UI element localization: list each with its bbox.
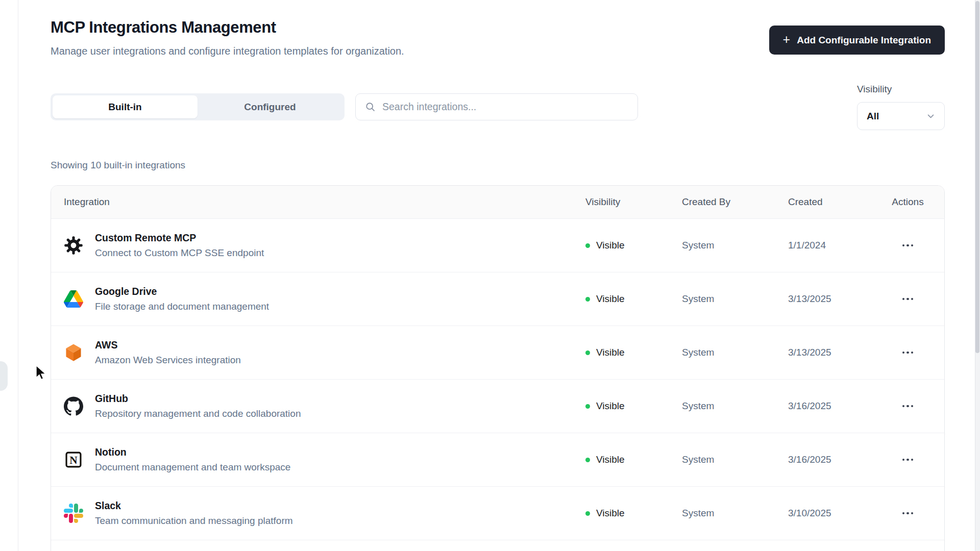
integration-name: Notion: [95, 446, 290, 458]
column-header-created: Created: [776, 196, 870, 208]
add-configurable-integration-button[interactable]: + Add Configurable Integration: [769, 26, 945, 55]
search-input[interactable]: [382, 101, 628, 113]
table-row: N AWS Amazon Web Services integration: [51, 326, 944, 380]
status-dot: [585, 243, 590, 248]
column-header-visibility: Visibility: [572, 196, 671, 208]
status-label: Visible: [596, 293, 625, 305]
column-header-actions: Actions: [870, 196, 945, 208]
status-dot: [585, 511, 590, 516]
table-row: N Google Drive File storage and document…: [51, 272, 944, 326]
created-by-cell: System: [671, 293, 776, 305]
filter-controls: Built-in Configured Visibility All: [51, 93, 945, 130]
created-by-cell: System: [671, 508, 776, 519]
status-label: Visible: [596, 240, 625, 251]
created-cell: 3/10/2025: [776, 508, 870, 519]
notion-icon: N: [64, 450, 83, 469]
integration-name: GitHub: [95, 393, 301, 405]
svg-text:N: N: [69, 454, 78, 466]
sidebar-drawer-handle[interactable]: [0, 361, 8, 391]
created-cell: 3/16/2025: [776, 400, 870, 412]
search-icon: [365, 102, 376, 112]
slack-icon: [64, 504, 83, 523]
row-actions-button[interactable]: [898, 346, 918, 359]
table-row: N Slack Team communication and messaging…: [51, 487, 944, 540]
results-summary: Showing 10 built-in integrations: [51, 160, 945, 171]
visibility-select[interactable]: All: [857, 102, 945, 130]
created-cell: 1/1/2024: [776, 240, 870, 251]
row-actions-button[interactable]: [898, 400, 918, 413]
row-actions-button[interactable]: [898, 507, 918, 520]
google-drive-icon: [64, 290, 83, 308]
row-actions-button[interactable]: [898, 454, 918, 466]
gear-icon: [64, 236, 83, 255]
visibility-filter-label: Visibility: [857, 84, 945, 95]
integration-cell: N Notion Document management and team wo…: [51, 446, 572, 473]
table-row: N GitHub Repository management and code …: [51, 380, 944, 433]
status-label: Visible: [596, 347, 625, 358]
integration-name: Slack: [95, 500, 293, 512]
page-scrollbar[interactable]: [975, 0, 980, 551]
integration-cell: N GitHub Repository management and code …: [51, 393, 572, 419]
visibility-status: Visible: [572, 454, 671, 465]
tab-configured[interactable]: Configured: [198, 95, 342, 118]
column-header-integration: Integration: [51, 196, 572, 208]
visibility-filter: Visibility All: [857, 84, 945, 130]
status-label: Visible: [596, 508, 625, 519]
created-cell: 3/16/2025: [776, 454, 870, 465]
visibility-status: Visible: [572, 508, 671, 519]
created-by-cell: System: [671, 454, 776, 465]
table-header-row: Integration Visibility Created By Create…: [51, 186, 944, 219]
chevron-down-icon: [926, 112, 935, 120]
tab-switcher: Built-in Configured: [51, 93, 345, 120]
integration-cell: N Slack Team communication and messaging…: [51, 500, 572, 527]
page-subtitle: Manage user integrations and configure i…: [51, 45, 404, 57]
integration-description: Document management and team workspace: [95, 462, 290, 473]
left-rail: [0, 0, 18, 551]
table-row: N Custom Remote MCP Connect to Custom MC…: [51, 219, 944, 272]
integration-cell: N AWS Amazon Web Services integration: [51, 339, 572, 366]
created-by-cell: System: [671, 400, 776, 412]
status-dot: [585, 404, 590, 409]
integration-cell: N Custom Remote MCP Connect to Custom MC…: [51, 232, 572, 259]
main-content: MCP Integrations Management Manage user …: [51, 18, 945, 551]
integration-description: Repository management and code collabora…: [95, 408, 301, 419]
created-by-cell: System: [671, 240, 776, 251]
page-header: MCP Integrations Management Manage user …: [51, 18, 945, 57]
scrollbar-thumb[interactable]: [975, 1, 979, 353]
integration-description: Amazon Web Services integration: [95, 355, 241, 366]
visibility-selected-value: All: [867, 111, 879, 122]
status-dot: [585, 458, 590, 462]
created-cell: 3/13/2025: [776, 293, 870, 305]
visibility-status: Visible: [572, 347, 671, 358]
github-icon: [64, 396, 83, 416]
mouse-cursor: [34, 364, 49, 381]
status-label: Visible: [596, 400, 625, 412]
table-body: N Custom Remote MCP Connect to Custom MC…: [51, 219, 944, 540]
integration-description: Team communication and messaging platfor…: [95, 515, 293, 527]
visibility-status: Visible: [572, 240, 671, 251]
aws-icon: [64, 343, 83, 362]
status-dot: [585, 350, 590, 355]
add-button-label: Add Configurable Integration: [797, 35, 931, 46]
status-label: Visible: [596, 454, 625, 465]
column-header-created-by: Created By: [671, 196, 776, 208]
integration-name: Custom Remote MCP: [95, 232, 264, 244]
visibility-status: Visible: [572, 293, 671, 305]
page-title: MCP Integrations Management: [51, 18, 404, 37]
integration-name: AWS: [95, 339, 241, 351]
tab-built-in[interactable]: Built-in: [53, 95, 198, 118]
search-box[interactable]: [355, 93, 638, 120]
table-row: N Notion Document management and team wo…: [51, 433, 944, 487]
integration-description: File storage and document management: [95, 301, 269, 312]
integrations-table: Integration Visibility Created By Create…: [51, 185, 945, 551]
plus-icon: +: [783, 33, 791, 46]
created-cell: 3/13/2025: [776, 347, 870, 358]
row-actions-button[interactable]: [898, 293, 918, 306]
integration-description: Connect to Custom MCP SSE endpoint: [95, 247, 264, 259]
mcp-integrations-page: MCP Integrations Management Manage user …: [0, 0, 980, 551]
row-actions-button[interactable]: [898, 239, 918, 252]
status-dot: [585, 297, 590, 302]
created-by-cell: System: [671, 347, 776, 358]
visibility-status: Visible: [572, 400, 671, 412]
integration-name: Google Drive: [95, 286, 269, 297]
